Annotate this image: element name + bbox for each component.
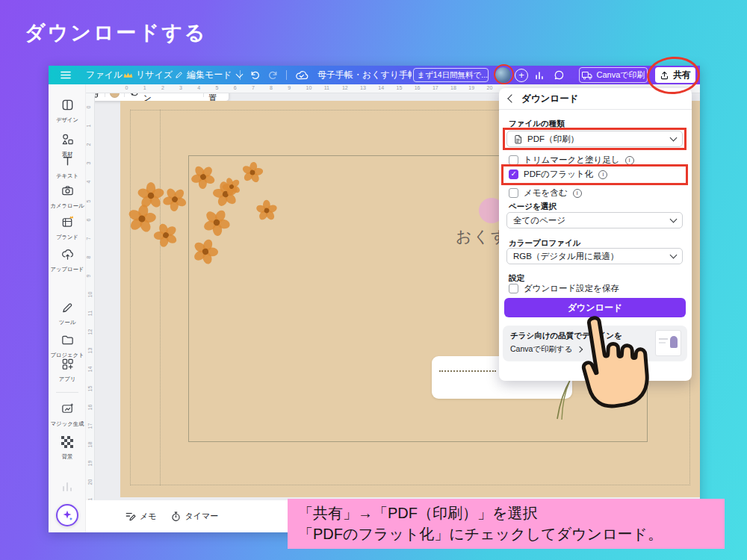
trial-button[interactable]: まず14日間無料で... — [413, 68, 489, 82]
redo-button[interactable] — [268, 66, 279, 84]
crown-badge-icon — [69, 216, 73, 218]
sidebar-item-design[interactable]: デザイン — [49, 98, 86, 124]
checkbox-unchecked[interactable] — [509, 188, 518, 198]
brand-icon — [61, 215, 75, 229]
camera-icon — [61, 184, 75, 198]
annotation-box-filetype — [503, 128, 686, 150]
apps-grid-icon — [61, 357, 75, 371]
elements-icon — [61, 132, 75, 146]
panel-title: ダウンロード — [521, 93, 578, 105]
canva-window: ファイル リサイズ 編集モード 母子手帳・おくすり手帳カ... まず14日間無料… — [49, 66, 700, 532]
sidebar-item-text[interactable]: テキスト — [49, 154, 86, 180]
background-pattern-icon — [61, 435, 74, 449]
sidebar-item-camera-roll[interactable]: カメラロール — [49, 184, 86, 210]
flower-illustration — [189, 235, 223, 269]
sidebar-item-charts[interactable] — [49, 480, 86, 495]
caption-box: 「共有」→「PDF（印刷）」を選択 「PDFのフラット化」にチェックしてダウンロ… — [288, 499, 725, 549]
save-status[interactable] — [295, 66, 309, 84]
select-pages-label: ページを選択 — [509, 202, 557, 212]
sidebar-item-magic-generate[interactable]: マジック生成 — [49, 402, 86, 428]
upload-icon — [61, 247, 75, 261]
flower-illustration — [240, 160, 265, 185]
file-menu[interactable]: ファイル — [86, 66, 123, 84]
design-icon — [61, 98, 75, 112]
toolbar-divider — [240, 70, 241, 80]
toolbar-divider — [286, 70, 287, 80]
folder-icon — [61, 333, 75, 347]
tools-pen-icon — [61, 300, 75, 314]
print-button[interactable]: Canvaで印刷 — [579, 67, 648, 83]
resize-menu[interactable]: リサイズ — [123, 66, 173, 84]
dotted-line — [439, 370, 496, 372]
chevron-down-icon — [670, 216, 678, 223]
save-settings-option[interactable]: ダウンロード設定を保存 — [509, 283, 619, 294]
sidebar-item-background[interactable]: 背景 — [49, 435, 86, 461]
text-icon — [61, 154, 75, 168]
add-member-button[interactable]: + — [515, 69, 528, 82]
include-notes-option[interactable]: メモを含む — [509, 187, 582, 199]
chart-icon — [534, 70, 545, 81]
annotation-circle-avatar — [494, 64, 514, 84]
back-icon[interactable] — [507, 94, 515, 102]
timer-button[interactable]: タイマー — [170, 511, 219, 522]
pencil-icon — [174, 70, 184, 80]
document-title[interactable]: 母子手帳・おくすり手帳カ... — [317, 66, 412, 84]
redo-icon — [268, 69, 279, 81]
comments-button[interactable] — [554, 66, 565, 84]
page-title: ダウンロードする — [25, 19, 207, 46]
plus-icon: + — [515, 69, 528, 82]
sidebar-item-tools[interactable]: ツール — [49, 300, 86, 326]
info-icon[interactable] — [573, 189, 582, 198]
sidebar-divider — [56, 392, 78, 393]
checkbox-unchecked[interactable] — [509, 284, 518, 293]
menu-button[interactable] — [61, 66, 71, 84]
color-profile-label: カラープロファイル — [509, 238, 580, 249]
caption-line-2: 「PDFのフラット化」にチェックしてダウンロード。 — [298, 523, 714, 544]
sparkle-icon — [61, 508, 74, 522]
promo-thumbnail — [655, 330, 681, 356]
sidebar-item-apps[interactable]: アプリ — [49, 357, 86, 383]
sidebar-item-brand[interactable]: ブランド — [49, 215, 86, 241]
print-truck-icon — [581, 70, 593, 80]
assistant-button[interactable] — [56, 504, 78, 526]
annotation-box-flatten — [501, 164, 688, 185]
hand-pointer-illustration — [557, 300, 664, 431]
crown-icon — [123, 72, 133, 78]
chevron-down-icon — [670, 252, 678, 259]
timer-icon — [170, 511, 182, 522]
ruler-vertical: 0123456789101112131415161718192021 — [86, 93, 95, 500]
hamburger-icon — [61, 71, 71, 79]
insights-bars-icon — [61, 480, 74, 492]
select-pages-dropdown[interactable]: 全てのページ — [506, 212, 683, 228]
settings-label: 設定 — [509, 273, 524, 284]
insights-button[interactable] — [534, 66, 545, 84]
memo-icon — [125, 511, 136, 522]
color-profile-dropdown[interactable]: RGB（デジタル用に最適） — [506, 248, 683, 264]
sidebar-item-upload[interactable]: アップロード — [49, 247, 86, 273]
memo-button[interactable]: メモ — [125, 511, 157, 522]
caption-line-1: 「共有」→「PDF（印刷）」を選択 — [298, 503, 714, 523]
undo-icon — [249, 69, 260, 81]
speech-bubble-icon — [554, 69, 565, 81]
edit-mode-menu[interactable]: 編集モード — [174, 66, 242, 84]
sidebar: デザイン 素材 テキスト カメラロール ブランド アップロード ツール プロジ — [49, 84, 86, 532]
undo-button[interactable] — [249, 66, 260, 84]
sidebar-item-projects[interactable]: プロジェクト — [49, 333, 86, 359]
flower-illustration — [252, 196, 280, 224]
cloud-check-icon — [295, 70, 309, 81]
top-toolbar: ファイル リサイズ 編集モード 母子手帳・おくすり手帳カ... まず14日間無料… — [49, 66, 700, 84]
magic-generate-icon — [61, 402, 75, 416]
info-icon[interactable] — [625, 156, 634, 165]
